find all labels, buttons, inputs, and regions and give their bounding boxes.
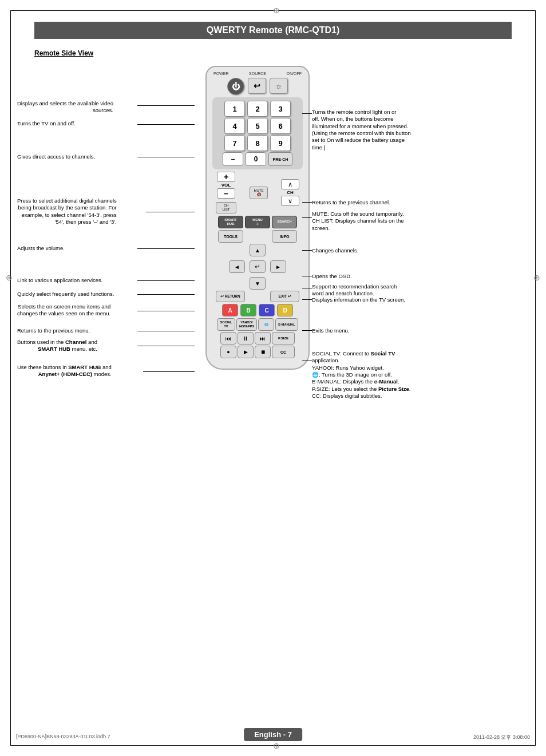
illumination-button[interactable]: ☼ bbox=[270, 78, 288, 94]
social-row: SOCIALTV YAHOO!HOTAPPS 🌐 E-MANUAL bbox=[212, 318, 303, 331]
numpad: 1 2 3 4 5 6 7 8 9 – 0 PRE-CH bbox=[212, 97, 303, 169]
annotation-return: Returns to the previous menu. bbox=[17, 327, 90, 334]
annotation-mute: MUTE: Cuts off the sound temporarily. CH… bbox=[312, 211, 404, 232]
nav-ok-button[interactable]: ↵ bbox=[250, 260, 266, 273]
cc-button[interactable]: CC bbox=[272, 346, 295, 358]
button-d[interactable]: D bbox=[277, 304, 293, 316]
annotation-sources: Displays and selects the available video… bbox=[17, 100, 113, 114]
globe-button[interactable]: 🌐 bbox=[258, 318, 274, 331]
annotation-osd: Opens the OSD. bbox=[312, 273, 352, 280]
play-row: ● ▶ ⏹ CC bbox=[212, 346, 303, 358]
dash-button[interactable]: – bbox=[223, 152, 243, 166]
button-8[interactable]: 8 bbox=[247, 135, 268, 151]
exit-button[interactable]: EXIT ↵ bbox=[270, 291, 299, 302]
vol-ch-section: + VOL – CHLIST MUTE🔇 ∧ CH ∨ bbox=[216, 172, 299, 213]
section-heading: Remote Side View bbox=[34, 49, 93, 57]
nav-right-button[interactable]: ► bbox=[270, 260, 286, 273]
return-button[interactable]: ↩ RETURN bbox=[216, 291, 245, 302]
annotation-ch: Changes channels. bbox=[312, 247, 358, 254]
source-button[interactable]: ↩ bbox=[248, 78, 266, 94]
psize-button[interactable]: P.SIZE bbox=[272, 332, 295, 345]
vol-up-button[interactable]: + bbox=[217, 172, 235, 182]
line-exit bbox=[302, 330, 312, 331]
media-row: ⏮ ⏸ ⏭ P.SIZE bbox=[212, 332, 303, 345]
line-digital bbox=[146, 212, 195, 212]
onoff-label: ON/OFF bbox=[287, 72, 302, 76]
nav-down-button[interactable]: ▼ bbox=[250, 277, 266, 290]
button-7[interactable]: 7 bbox=[224, 135, 245, 151]
annotation-info: Displays information on the TV screen. bbox=[312, 296, 405, 303]
button-b[interactable]: B bbox=[240, 304, 256, 316]
line-sources bbox=[137, 105, 195, 106]
line-social bbox=[302, 361, 312, 361]
button-4[interactable]: 4 bbox=[224, 118, 245, 134]
line-link bbox=[137, 280, 195, 281]
button-a[interactable]: A bbox=[222, 304, 238, 316]
button-5[interactable]: 5 bbox=[247, 118, 268, 134]
annotation-digital: Press to select additional digital chann… bbox=[17, 197, 117, 225]
button-3[interactable]: 3 bbox=[270, 101, 291, 117]
info-button[interactable]: INFO bbox=[272, 230, 297, 243]
button-1[interactable]: 1 bbox=[224, 101, 245, 117]
line-channels bbox=[137, 157, 195, 157]
footer-left: [PD6900-NA]BN68-03383A-01L03.indb 7 bbox=[16, 734, 110, 741]
smart-hub-button[interactable]: SMARTHUB bbox=[218, 216, 243, 228]
ch-list-button[interactable]: CHLIST bbox=[216, 202, 236, 213]
annotation-social: SOCIAL TV: Connect to Social TV applicat… bbox=[312, 350, 411, 399]
compass-icon-bottom: ⊕ bbox=[273, 741, 280, 750]
ch-column: ∧ CH ∨ bbox=[281, 179, 299, 206]
mute-button[interactable]: MUTE🔇 bbox=[250, 187, 268, 199]
compass-icon-top: ⊕ bbox=[273, 6, 280, 15]
nav-cluster: ▲ ◄ ↵ ► ▼ bbox=[229, 244, 286, 290]
nav-up-button[interactable]: ▲ bbox=[250, 244, 266, 256]
page-border-left bbox=[10, 10, 11, 746]
button-2[interactable]: 2 bbox=[247, 101, 268, 117]
record-button[interactable]: ● bbox=[220, 346, 236, 358]
power-label: POWER bbox=[213, 72, 228, 76]
yahoo-button[interactable]: YAHOO!HOTAPPS bbox=[236, 318, 257, 331]
line-ch bbox=[302, 250, 312, 251]
pause-button[interactable]: ⏸ bbox=[238, 332, 254, 345]
page-border-right bbox=[535, 10, 536, 746]
return-exit-row: ↩ RETURN EXIT ↵ bbox=[216, 291, 299, 302]
stop-button[interactable]: ⏹ bbox=[255, 346, 271, 358]
vol-down-button[interactable]: – bbox=[217, 188, 235, 199]
ch-down-button[interactable]: ∨ bbox=[281, 196, 299, 206]
remote-top-bar: POWER SOURCE ON/OFF bbox=[212, 72, 303, 76]
line-power bbox=[137, 124, 195, 125]
annotation-tools: Quickly select frequently used functions… bbox=[17, 291, 114, 298]
line-prech bbox=[302, 202, 312, 203]
nav-left-button[interactable]: ◄ bbox=[229, 260, 245, 273]
tools-row: TOOLS INFO bbox=[212, 230, 303, 243]
fastforward-button[interactable]: ⏭ bbox=[255, 332, 271, 345]
emanual-button[interactable]: E-MANUAL bbox=[275, 318, 298, 331]
button-0[interactable]: 0 bbox=[246, 152, 266, 166]
footer-right: 2011-02-28 오후 3:08:00 bbox=[473, 734, 530, 741]
abcd-row: A B C D bbox=[212, 304, 303, 316]
search-button[interactable]: SEARCH bbox=[272, 216, 297, 228]
button-6[interactable]: 6 bbox=[270, 118, 291, 134]
page-title: QWERTY Remote (RMC-QTD1) bbox=[34, 22, 512, 39]
line-mute bbox=[302, 217, 312, 218]
annotation-power: Turns the TV on and off. bbox=[17, 120, 76, 127]
num-row-1: 1 2 3 bbox=[215, 101, 300, 117]
ch-up-button[interactable]: ∧ bbox=[281, 179, 299, 189]
num-row-3: 7 8 9 bbox=[215, 135, 300, 151]
menu-button[interactable]: MENU≡ bbox=[245, 216, 270, 228]
mute-area: MUTE🔇 bbox=[250, 187, 268, 199]
annotation-menu-items: Selects the on-screen menu items andchan… bbox=[17, 303, 110, 318]
tools-button[interactable]: TOOLS bbox=[218, 230, 243, 243]
play-button[interactable]: ▶ bbox=[238, 346, 254, 358]
button-9[interactable]: 9 bbox=[270, 135, 291, 151]
rewind-button[interactable]: ⏮ bbox=[220, 332, 236, 345]
power-button[interactable]: ⏻ bbox=[227, 78, 244, 95]
social-tv-button[interactable]: SOCIALTV bbox=[217, 318, 235, 331]
button-c[interactable]: C bbox=[259, 304, 275, 316]
top-buttons-row: ⏻ ↩ ☼ bbox=[212, 78, 303, 95]
annotation-search: Support to recommendation search word an… bbox=[312, 283, 397, 298]
remote-body: POWER SOURCE ON/OFF ⏻ ↩ ☼ 1 2 3 4 5 6 7 bbox=[205, 66, 310, 370]
vol-column: + VOL – CHLIST bbox=[216, 172, 236, 213]
prech-button[interactable]: PRE-CH bbox=[268, 152, 292, 166]
annotation-smart-hub: Use these buttons in SMART HUB andAnynet… bbox=[17, 364, 112, 378]
line-return bbox=[137, 331, 195, 331]
